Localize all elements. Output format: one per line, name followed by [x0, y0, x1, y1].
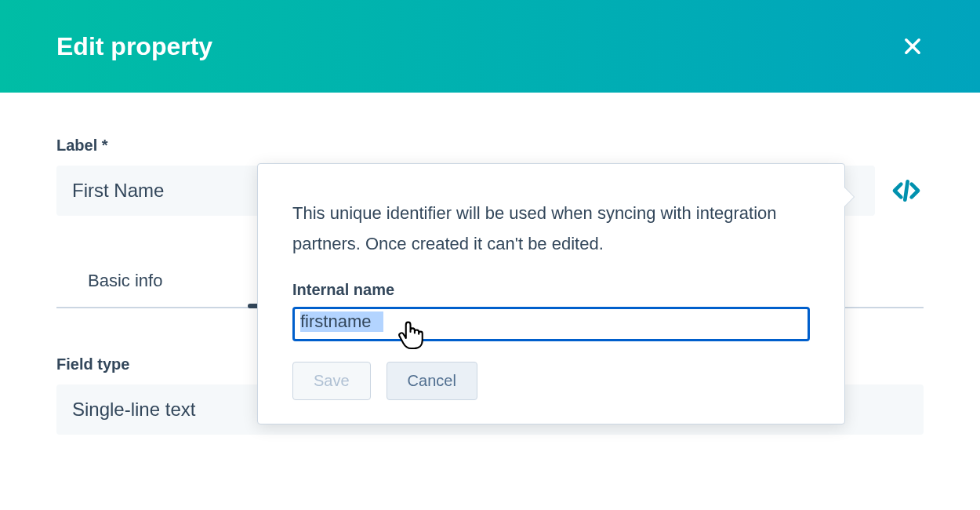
code-icon [891, 175, 922, 206]
internal-name-toggle[interactable] [889, 166, 924, 216]
label-field-label: Label * [56, 137, 924, 155]
popover-buttons: Save Cancel [292, 362, 810, 400]
close-icon [902, 35, 924, 57]
internal-name-input[interactable] [292, 307, 810, 341]
popover-description: This unique identifier will be used when… [292, 199, 810, 259]
close-button[interactable] [902, 35, 924, 57]
internal-name-popover: This unique identifier will be used when… [257, 163, 845, 424]
svg-line-2 [905, 181, 907, 199]
panel-title: Edit property [56, 32, 212, 61]
cancel-button[interactable]: Cancel [387, 362, 477, 400]
internal-name-label: Internal name [292, 281, 810, 299]
tab-basic-info[interactable]: Basic info [56, 271, 194, 307]
internal-name-input-wrap: firstname [292, 307, 810, 341]
panel-header: Edit property [0, 0, 980, 93]
save-button[interactable]: Save [292, 362, 371, 400]
